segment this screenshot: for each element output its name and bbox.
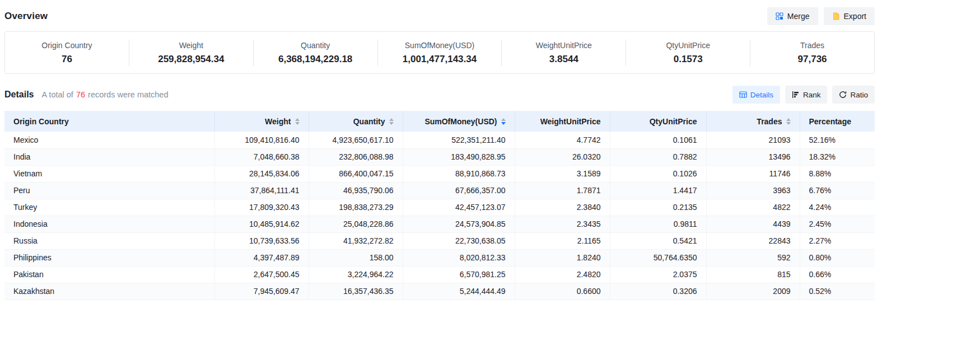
summary-item-qtyunitprice: QtyUnitPrice0.1573 <box>626 40 750 66</box>
sort-carets <box>501 118 506 125</box>
column-label: Weight <box>265 117 291 126</box>
cell-weight: 10,739,633.56 <box>214 232 309 249</box>
cell-qtyunitprice: 0.9811 <box>610 216 706 232</box>
view-tab-ratio[interactable]: Ratio <box>832 86 875 104</box>
sort-desc-icon <box>389 122 394 125</box>
summary-label: Weight <box>133 41 250 50</box>
cell-quantity: 198,838,273.29 <box>309 199 403 216</box>
table-row-peru: Peru37,864,111.4146,935,790.0667,666,357… <box>4 182 875 199</box>
cell-qtyunitprice: 0.2135 <box>610 199 706 216</box>
rank-icon <box>792 91 800 99</box>
cell-qtyunitprice: 0.7882 <box>610 148 706 165</box>
cell-weightunitprice: 2.4820 <box>515 266 610 283</box>
content: Overview Merge Export Origin Country76We… <box>4 0 875 300</box>
topbar: Overview Merge Export <box>4 0 875 31</box>
cell-quantity: 232,806,088.98 <box>309 148 403 165</box>
table-row-russia: Russia10,739,633.5641,932,272.8222,730,6… <box>4 232 875 249</box>
column-header-sumofmoney-usd[interactable]: SumOfMoney(USD) <box>403 111 515 132</box>
cell-quantity: 25,048,228.86 <box>309 216 403 232</box>
cell-sumofmoney-usd: 22,730,638.05 <box>403 232 515 249</box>
summary-label: QtyUnitPrice <box>629 41 746 50</box>
cell-weightunitprice: 2.3840 <box>515 199 610 216</box>
table-row-vietnam: Vietnam28,145,834.06866,400,047.1588,910… <box>4 165 875 182</box>
column-label: Percentage <box>809 117 851 126</box>
summary-value: 0.1573 <box>629 54 746 65</box>
cell-weightunitprice: 4.7742 <box>515 132 610 148</box>
cell-origin-country: Philippines <box>4 249 214 266</box>
details-bar: Details A total of76records were matched… <box>4 86 875 104</box>
cell-percentage: 0.80% <box>800 249 875 266</box>
cell-percentage: 0.66% <box>800 266 875 283</box>
cell-sumofmoney-usd: 183,490,828.95 <box>403 148 515 165</box>
cell-weight: 109,410,816.40 <box>214 132 309 148</box>
view-tab-details[interactable]: Details <box>732 86 780 104</box>
cell-sumofmoney-usd: 88,910,868.73 <box>403 165 515 182</box>
summary-item-quantity: Quantity6,368,194,229.18 <box>254 40 378 66</box>
summary-item-weightunitprice: WeightUnitPrice3.8544 <box>502 40 626 66</box>
details-table: Origin CountryWeightQuantitySumOfMoney(U… <box>4 111 875 300</box>
cell-quantity: 46,935,790.06 <box>309 182 403 199</box>
cell-origin-country: Russia <box>4 232 214 249</box>
ratio-icon <box>839 91 847 99</box>
cell-sumofmoney-usd: 5,244,444.49 <box>403 283 515 300</box>
cell-qtyunitprice: 0.5421 <box>610 232 706 249</box>
cell-quantity: 3,224,964.22 <box>309 266 403 283</box>
match-summary: A total of76records were matched <box>41 90 168 99</box>
match-text-suffix: records were matched <box>88 90 168 99</box>
merge-button[interactable]: Merge <box>767 7 818 25</box>
summary-item-weight: Weight259,828,954.34 <box>129 40 254 66</box>
sort-asc-icon <box>786 118 791 121</box>
cell-origin-country: Indonesia <box>4 216 214 232</box>
cell-weight: 28,145,834.06 <box>214 165 309 182</box>
view-tab-rank[interactable]: Rank <box>785 86 828 104</box>
cell-weightunitprice: 3.1589 <box>515 165 610 182</box>
cell-percentage: 8.88% <box>800 165 875 182</box>
summary-item-trades: Trades97,736 <box>750 40 874 66</box>
cell-quantity: 4,923,650,617.10 <box>309 132 403 148</box>
viewport: Overview Merge Export Origin Country76We… <box>0 0 980 341</box>
cell-percentage: 2.45% <box>800 216 875 232</box>
sort-asc-icon <box>389 118 394 121</box>
export-button-label: Export <box>844 12 866 21</box>
cell-trades: 13496 <box>706 148 800 165</box>
cell-sumofmoney-usd: 67,666,357.00 <box>403 182 515 199</box>
cell-sumofmoney-usd: 522,351,211.40 <box>403 132 515 148</box>
match-count: 76 <box>76 90 85 99</box>
summary-label: Origin Country <box>8 41 125 50</box>
cell-origin-country: Peru <box>4 182 214 199</box>
cell-weightunitprice: 26.0320 <box>515 148 610 165</box>
cell-origin-country: Turkey <box>4 199 214 216</box>
table-header-row: Origin CountryWeightQuantitySumOfMoney(U… <box>4 111 875 132</box>
summary-label: Quantity <box>257 41 374 50</box>
summary-item-sumofmoney-usd: SumOfMoney(USD)1,001,477,143.34 <box>378 40 502 66</box>
cell-qtyunitprice: 0.1026 <box>610 165 706 182</box>
cell-trades: 4439 <box>706 216 800 232</box>
table-row-turkey: Turkey17,809,320.43198,838,273.2942,457,… <box>4 199 875 216</box>
summary-value: 97,736 <box>754 54 871 65</box>
cell-weightunitprice: 1.8240 <box>515 249 610 266</box>
cell-qtyunitprice: 0.3206 <box>610 283 706 300</box>
cell-weight: 7,945,609.47 <box>214 283 309 300</box>
cell-weightunitprice: 1.7871 <box>515 182 610 199</box>
cell-quantity: 41,932,272.82 <box>309 232 403 249</box>
column-label: Origin Country <box>13 117 69 126</box>
cell-origin-country: Vietnam <box>4 165 214 182</box>
cell-sumofmoney-usd: 24,573,904.85 <box>403 216 515 232</box>
cell-trades: 22843 <box>706 232 800 249</box>
cell-origin-country: Pakistan <box>4 266 214 283</box>
export-icon <box>832 12 840 20</box>
topbar-actions: Merge Export <box>767 7 875 25</box>
cell-origin-country: India <box>4 148 214 165</box>
summary-value: 3.8544 <box>505 54 622 65</box>
summary-value: 6,368,194,229.18 <box>257 54 374 65</box>
column-header-trades[interactable]: Trades <box>706 111 800 132</box>
cell-weightunitprice: 2.3435 <box>515 216 610 232</box>
cell-trades: 2009 <box>706 283 800 300</box>
cell-percentage: 0.52% <box>800 283 875 300</box>
details-title: Details <box>4 90 34 100</box>
column-header-quantity[interactable]: Quantity <box>309 111 403 132</box>
summary-value: 1,001,477,143.34 <box>381 54 498 65</box>
export-button[interactable]: Export <box>824 7 875 25</box>
column-header-weight[interactable]: Weight <box>214 111 309 132</box>
summary-value: 259,828,954.34 <box>133 54 250 65</box>
